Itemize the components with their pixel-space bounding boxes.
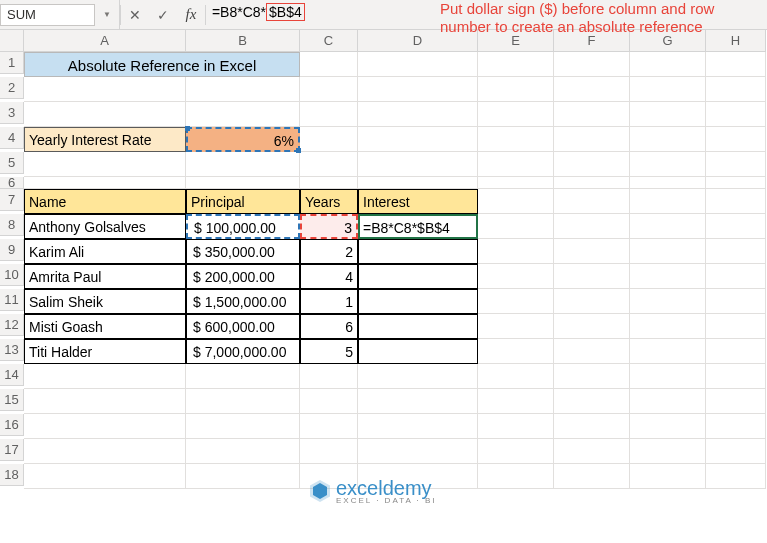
table-cell-interest[interactable] [358,314,478,339]
cell[interactable] [630,314,706,339]
cell[interactable] [630,177,706,189]
cell[interactable] [186,77,300,102]
cell[interactable] [630,52,706,77]
table-cell-interest[interactable] [358,289,478,314]
cell[interactable] [630,439,706,464]
table-cell-name[interactable]: Misti Goash [24,314,186,339]
cell[interactable] [358,177,478,189]
cell[interactable] [706,314,766,339]
cell[interactable] [554,264,630,289]
cell[interactable] [478,127,554,152]
cell[interactable] [358,152,478,177]
table-cell-principal[interactable]: $ 350,000.00 [186,239,300,264]
cell[interactable] [478,189,554,214]
cell[interactable] [478,314,554,339]
cell[interactable] [186,389,300,414]
cell[interactable] [630,389,706,414]
cell[interactable] [478,464,554,489]
table-cell-interest[interactable] [358,239,478,264]
table-cell-years[interactable]: 3 [300,214,358,239]
cell[interactable] [706,77,766,102]
table-header-principal[interactable]: Principal [186,189,300,214]
table-header-interest[interactable]: Interest [358,189,478,214]
cell[interactable] [706,152,766,177]
cell[interactable] [186,177,300,189]
cell[interactable] [358,389,478,414]
cell[interactable] [706,127,766,152]
cell[interactable] [358,77,478,102]
cell[interactable] [630,264,706,289]
row-header[interactable]: 11 [0,289,24,311]
row-header[interactable]: 12 [0,314,24,336]
table-cell-principal[interactable]: $ 200,000.00 [186,264,300,289]
active-cell-d8[interactable]: =B8*C8*$B$4 [358,214,478,239]
table-cell-years[interactable]: 5 [300,339,358,364]
cell[interactable] [186,464,300,489]
cell[interactable] [186,364,300,389]
table-cell-name[interactable]: Karim Ali [24,239,186,264]
table-header-years[interactable]: Years [300,189,358,214]
cell[interactable] [706,439,766,464]
cell[interactable] [630,239,706,264]
cell[interactable] [300,102,358,127]
cell[interactable] [24,439,186,464]
cell[interactable] [24,414,186,439]
cell[interactable] [630,189,706,214]
row-header[interactable]: 1 [0,52,24,74]
cell[interactable] [300,414,358,439]
title-cell[interactable]: Absolute Reference in Excel [24,52,300,77]
cell[interactable] [554,339,630,364]
row-header[interactable]: 16 [0,414,24,436]
cell[interactable] [630,289,706,314]
row-header[interactable]: 9 [0,239,24,261]
cell[interactable] [706,389,766,414]
worksheet-grid[interactable]: A B C D E F G H 1 Absolute Reference in … [0,30,767,489]
cell[interactable] [630,214,706,239]
cell[interactable] [186,102,300,127]
cell[interactable] [554,439,630,464]
col-header-c[interactable]: C [300,30,358,52]
row-header[interactable]: 8 [0,214,24,236]
row-header[interactable]: 5 [0,152,24,174]
cell[interactable] [478,264,554,289]
cell[interactable] [24,177,186,189]
cell[interactable] [24,77,186,102]
cell[interactable] [24,464,186,489]
cell[interactable] [630,339,706,364]
cell[interactable] [630,102,706,127]
cell[interactable] [358,364,478,389]
cell[interactable] [554,364,630,389]
cell[interactable] [24,389,186,414]
cell[interactable] [554,152,630,177]
cell[interactable] [186,439,300,464]
cell[interactable] [300,152,358,177]
table-cell-principal[interactable]: $ 1,500,000.00 [186,289,300,314]
cell[interactable] [706,464,766,489]
cell[interactable] [706,289,766,314]
cell[interactable] [630,464,706,489]
cell[interactable] [478,177,554,189]
table-cell-name[interactable]: Salim Sheik [24,289,186,314]
cell[interactable] [358,102,478,127]
cell[interactable] [478,102,554,127]
cell[interactable] [300,52,358,77]
cell[interactable] [706,52,766,77]
cell[interactable] [554,314,630,339]
cell[interactable] [478,414,554,439]
row-header[interactable]: 14 [0,364,24,386]
cell[interactable] [706,102,766,127]
cell[interactable] [554,464,630,489]
cell[interactable] [706,239,766,264]
table-cell-principal[interactable]: $ 600,000.00 [186,314,300,339]
cell[interactable] [300,177,358,189]
cell[interactable] [478,77,554,102]
row-header[interactable]: 18 [0,464,24,486]
cell[interactable] [478,239,554,264]
row-header[interactable]: 13 [0,339,24,361]
row-header[interactable]: 15 [0,389,24,411]
table-cell-years[interactable]: 2 [300,239,358,264]
cell[interactable] [554,52,630,77]
row-header[interactable]: 2 [0,77,24,99]
cell[interactable] [478,439,554,464]
cell[interactable] [478,289,554,314]
